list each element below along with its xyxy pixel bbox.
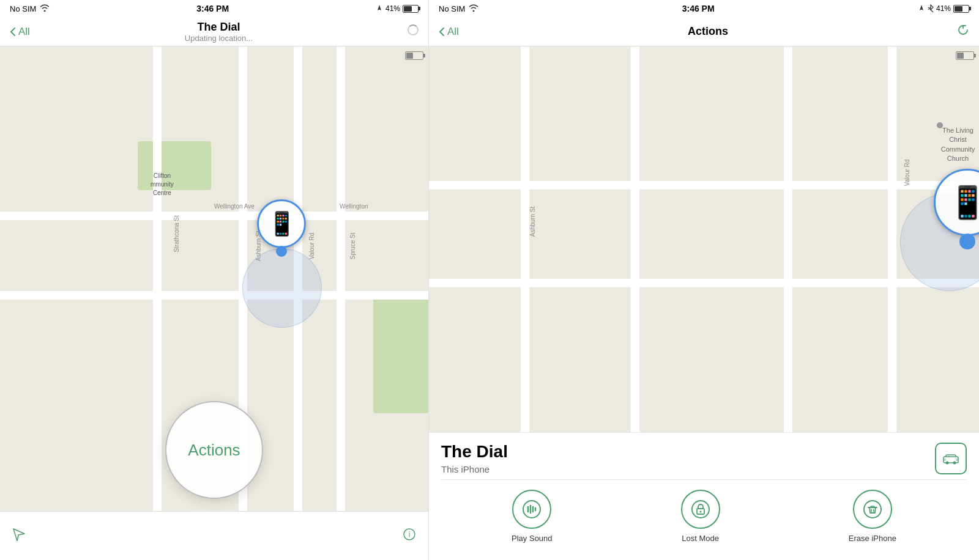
battery-percent: 41% (385, 4, 400, 13)
road-label-valour: Valour Rd (308, 233, 316, 260)
right-status-left: No SIM (439, 4, 478, 13)
bluetooth-icon (928, 4, 934, 13)
play-sound-icon (522, 499, 542, 519)
play-sound-label: Play Sound (512, 534, 553, 543)
svg-rect-5 (944, 459, 946, 461)
svg-text:i: i (409, 530, 411, 539)
status-time: 3:46 PM (196, 4, 229, 13)
church-dot (937, 122, 943, 128)
actions-button-container: Actions (165, 401, 263, 499)
refresh-button[interactable] (957, 24, 969, 39)
nav-subtitle: Updating location... (30, 34, 408, 43)
loading-spinner (408, 24, 419, 35)
status-right: 41% (376, 4, 419, 13)
svg-point-8 (692, 501, 709, 518)
status-left: No SIM (10, 4, 50, 13)
right-status-right: 41% (918, 4, 969, 13)
right-battery-percent: 41% (936, 4, 951, 13)
road-v4 (337, 46, 345, 511)
pin-dot (276, 246, 287, 257)
lost-mode-label: Lost Mode (682, 534, 719, 543)
car-icon (942, 452, 959, 465)
svg-point-3 (946, 462, 949, 465)
right-battery-icon (953, 5, 969, 13)
carrier-label: No SIM (10, 4, 36, 13)
right-location-icon (918, 5, 925, 12)
location-arrow-icon (12, 528, 26, 541)
erase-iphone-circle (853, 490, 892, 529)
info-circle-icon: i (403, 528, 416, 541)
svg-point-11 (864, 501, 881, 518)
directions-button[interactable] (935, 443, 967, 474)
road-label-spruce: Spruce St (349, 233, 357, 260)
right-map-battery-icon (956, 51, 974, 60)
actions-label: Actions (188, 441, 240, 460)
right-nav-title: Actions (459, 25, 957, 38)
right-road-v1 (521, 46, 529, 432)
right-phone-icon: 📱 (948, 184, 980, 221)
left-phone-screen: No SIM 3:46 PM 41% All The Dial Updating… (0, 0, 428, 560)
back-label: All (18, 26, 30, 38)
pin-circle: 📱 (257, 199, 306, 248)
right-map-background (429, 46, 979, 432)
info-button[interactable]: i (403, 528, 416, 544)
wifi-icon (40, 4, 50, 13)
info-header: The Dial This iPhone (441, 443, 967, 474)
location-button[interactable] (12, 528, 26, 545)
right-wifi-icon (469, 4, 478, 13)
device-pin-right[interactable]: 📱 (934, 169, 979, 249)
map-battery-left (405, 51, 423, 62)
road-h2 (0, 291, 428, 300)
device-title: The Dial (441, 443, 508, 462)
actions-button[interactable]: Actions (165, 401, 263, 499)
right-nav-bar: All Actions (429, 17, 979, 46)
device-info: The Dial This iPhone (441, 443, 508, 474)
left-nav-bar: All The Dial Updating location... (0, 17, 428, 46)
left-bottom-bar: i (0, 511, 428, 560)
right-road-v3 (784, 46, 792, 432)
road-label-strathcona: Strathcona St (173, 215, 181, 252)
map-battery-right (956, 51, 974, 62)
svg-point-4 (953, 462, 956, 465)
road-label-wellington: Wellington (340, 202, 368, 210)
map-battery-icon (405, 51, 423, 60)
svg-rect-6 (956, 459, 958, 461)
park-area-right (373, 291, 428, 413)
road-h1 (0, 212, 428, 220)
left-status-bar: No SIM 3:46 PM 41% (0, 0, 428, 17)
location-icon (376, 5, 383, 12)
right-road-v2 (631, 46, 639, 432)
left-map[interactable]: Strathcona St Ashburn St Valour Rd Spruc… (0, 46, 428, 511)
right-pin-dot (959, 234, 975, 249)
church-label: The LivingChrist CommunityChurch (937, 126, 979, 164)
info-panel: The Dial This iPhone (429, 432, 979, 560)
back-button[interactable]: All (10, 26, 30, 38)
battery-icon (403, 5, 419, 13)
building-label-clifton: CliftonmmunityCentre (151, 172, 174, 197)
right-status-bar: No SIM 3:46 PM 41% (429, 0, 979, 17)
play-sound-circle (512, 490, 551, 529)
actions-row: Play Sound Lost Mode (441, 479, 967, 555)
right-road-h2 (429, 279, 979, 287)
right-pin-circle: 📱 (934, 169, 979, 236)
lost-mode-icon (691, 499, 710, 519)
road-v1 (153, 46, 162, 511)
device-subtitle: This iPhone (441, 464, 508, 474)
svg-point-10 (699, 511, 701, 513)
lost-mode-circle (681, 490, 720, 529)
right-back-button[interactable]: All (439, 26, 459, 38)
right-phone-screen: No SIM 3:46 PM 41% All Actions (428, 0, 979, 560)
right-road-label-ashburn: Ashburn St (529, 207, 537, 237)
right-map[interactable]: Ashburn St Valour Rd The LivingChrist Co… (429, 46, 979, 432)
svg-point-7 (523, 501, 540, 518)
play-sound-action[interactable]: Play Sound (512, 490, 553, 543)
right-chevron-left-icon (439, 27, 445, 37)
lost-mode-action[interactable]: Lost Mode (681, 490, 720, 543)
refresh-icon (957, 24, 969, 36)
erase-iphone-action[interactable]: Erase iPhone (849, 490, 896, 543)
nav-title: The Dial (30, 21, 408, 34)
device-pin-left[interactable]: 📱 (257, 199, 306, 257)
right-road-h1 (429, 181, 979, 190)
road-label-wellington-ave: Wellington Ave (214, 202, 255, 210)
location-accuracy-circle (242, 248, 322, 328)
